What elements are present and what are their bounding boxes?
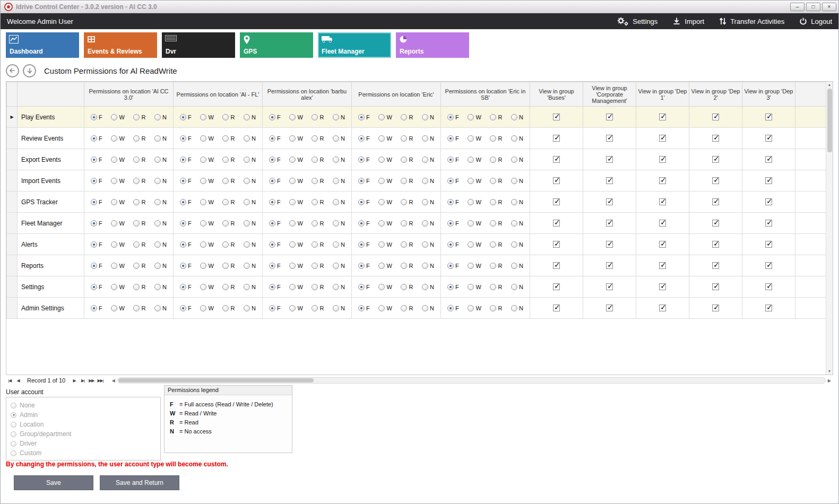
- radio-unselected[interactable]: [468, 220, 474, 227]
- radio-unselected[interactable]: [133, 220, 140, 227]
- radio-unselected[interactable]: [133, 157, 140, 163]
- column-header-location-1[interactable]: Permissions on location 'Al - FL': [174, 82, 263, 107]
- radio-option-f[interactable]: F: [180, 305, 192, 311]
- column-header-group-4[interactable]: View in group 'Dep 3': [742, 82, 795, 107]
- radio-unselected[interactable]: [312, 284, 318, 290]
- radio-unselected[interactable]: [378, 284, 385, 290]
- radio-selected[interactable]: [180, 199, 186, 205]
- radio-option-f[interactable]: F: [447, 263, 459, 269]
- radio-unselected[interactable]: [511, 178, 517, 184]
- radio-option-r[interactable]: R: [133, 220, 145, 227]
- radio-option-f[interactable]: F: [447, 241, 459, 248]
- view-checkbox[interactable]: [712, 305, 719, 311]
- radio-unselected[interactable]: [333, 135, 339, 142]
- radio-unselected[interactable]: [511, 199, 517, 205]
- radio-option-n[interactable]: N: [244, 263, 256, 269]
- radio-selected[interactable]: [91, 157, 97, 163]
- vertical-scrollbar[interactable]: ▲ ▼: [826, 82, 833, 375]
- radio-option-w[interactable]: W: [111, 220, 124, 227]
- radio-selected[interactable]: [180, 178, 186, 184]
- radio-unselected[interactable]: [401, 305, 407, 311]
- radio-option-n[interactable]: N: [333, 305, 345, 311]
- radio-unselected[interactable]: [401, 114, 407, 120]
- radio-option-w[interactable]: W: [468, 199, 481, 205]
- radio-option-r[interactable]: R: [490, 241, 502, 248]
- radio-option-n[interactable]: N: [154, 157, 167, 163]
- radio-option-n[interactable]: N: [333, 263, 345, 269]
- radio-selected[interactable]: [358, 263, 365, 269]
- radio-option-r[interactable]: R: [222, 284, 235, 290]
- radio-selected[interactable]: [447, 220, 454, 227]
- radio-unselected[interactable]: [133, 263, 140, 269]
- radio-option-w[interactable]: W: [289, 220, 302, 227]
- column-header-location-2[interactable]: Permissions on location 'barbu alex': [263, 82, 352, 107]
- view-checkbox[interactable]: [553, 220, 560, 227]
- radio-option-n[interactable]: N: [333, 157, 345, 163]
- radio-unselected[interactable]: [401, 241, 407, 248]
- radio-unselected[interactable]: [154, 241, 161, 248]
- radio-option-n[interactable]: N: [244, 220, 256, 227]
- radio-selected[interactable]: [269, 199, 275, 205]
- radio-unselected[interactable]: [333, 220, 339, 227]
- radio-selected[interactable]: [447, 284, 454, 290]
- radio-unselected[interactable]: [244, 241, 250, 248]
- radio-option-r[interactable]: R: [222, 263, 235, 269]
- radio-unselected[interactable]: [244, 135, 250, 142]
- view-checkbox[interactable]: [553, 156, 560, 163]
- radio-unselected[interactable]: [422, 220, 428, 227]
- action-import[interactable]: Import: [672, 17, 704, 25]
- radio-unselected[interactable]: [200, 263, 206, 269]
- radio-unselected[interactable]: [289, 135, 296, 142]
- radio-unselected[interactable]: [154, 263, 161, 269]
- save-button[interactable]: Save: [14, 475, 93, 490]
- radio-selected[interactable]: [358, 114, 365, 120]
- grid-row-admin-settings[interactable]: Admin SettingsFWRNFWRNFWRNFWRNFWRN: [7, 298, 828, 319]
- radio-unselected[interactable]: [422, 135, 428, 142]
- radio-option-r[interactable]: R: [401, 178, 413, 184]
- radio-option-r[interactable]: R: [222, 135, 235, 142]
- radio-unselected[interactable]: [468, 284, 474, 290]
- radio-option-n[interactable]: N: [333, 199, 345, 205]
- view-checkbox[interactable]: [712, 198, 719, 205]
- radio-option-n[interactable]: N: [154, 135, 167, 142]
- radio-selected[interactable]: [180, 241, 186, 248]
- radio-unselected[interactable]: [511, 305, 517, 311]
- view-checkbox[interactable]: [553, 262, 560, 269]
- radio-option-n[interactable]: N: [422, 263, 434, 269]
- radio-option-f[interactable]: F: [269, 135, 281, 142]
- column-header-location-0[interactable]: Permissions on location 'Al CC 3.0': [84, 82, 174, 107]
- radio-unselected[interactable]: [422, 114, 428, 120]
- radio-selected[interactable]: [91, 263, 97, 269]
- radio-option-r[interactable]: R: [312, 263, 324, 269]
- radio-option-f[interactable]: F: [269, 199, 281, 205]
- tab-events-reviews[interactable]: Events & Reviews: [84, 32, 157, 58]
- radio-selected[interactable]: [180, 220, 186, 227]
- radio-option-n[interactable]: N: [422, 241, 434, 248]
- radio-selected[interactable]: [358, 199, 365, 205]
- grid-row-reports[interactable]: ReportsFWRNFWRNFWRNFWRNFWRN: [7, 255, 828, 276]
- radio-unselected[interactable]: [468, 135, 474, 142]
- radio-unselected[interactable]: [511, 284, 517, 290]
- radio-option-f[interactable]: F: [180, 114, 192, 120]
- radio-unselected[interactable]: [333, 157, 339, 163]
- radio-selected[interactable]: [91, 241, 97, 248]
- horizontal-scrollbar[interactable]: [117, 377, 826, 384]
- column-header-location-3[interactable]: Permissions on location 'Eric': [352, 82, 441, 107]
- view-checkbox[interactable]: [606, 135, 613, 142]
- radio-selected[interactable]: [269, 178, 275, 184]
- column-header-group-2[interactable]: View in group 'Dep 1': [636, 82, 689, 107]
- radio-unselected[interactable]: [200, 305, 206, 311]
- radio-unselected[interactable]: [200, 199, 206, 205]
- radio-selected[interactable]: [447, 263, 454, 269]
- account-option-location[interactable]: Location: [11, 420, 156, 429]
- radio-option-w[interactable]: W: [111, 114, 124, 120]
- radio-option-r[interactable]: R: [312, 114, 324, 120]
- radio-option-r[interactable]: R: [401, 305, 413, 311]
- radio-unselected[interactable]: [111, 305, 117, 311]
- radio-option-f[interactable]: F: [91, 157, 102, 163]
- radio-selected[interactable]: [447, 178, 454, 184]
- view-checkbox[interactable]: [659, 305, 666, 311]
- radio-unselected[interactable]: [422, 199, 428, 205]
- grid-row-play-events[interactable]: ▶Play EventsFWRNFWRNFWRNFWRNFWRN: [7, 107, 828, 128]
- radio-unselected[interactable]: [244, 220, 250, 227]
